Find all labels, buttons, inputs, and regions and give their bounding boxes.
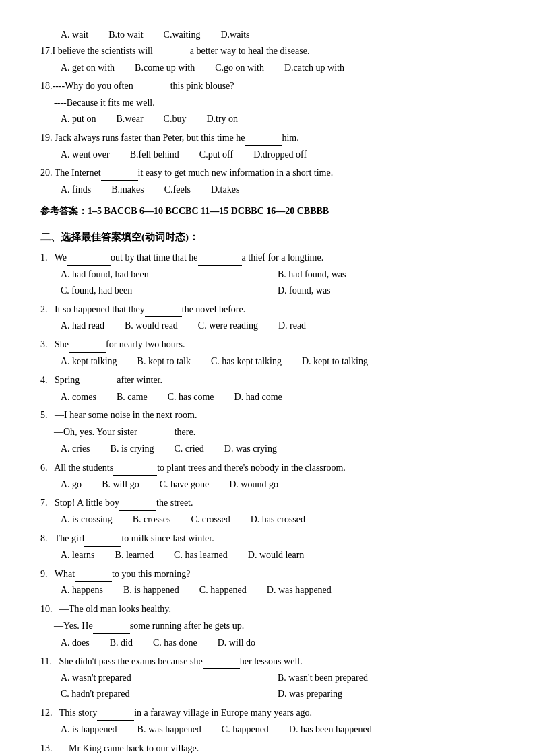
p2-q10-blank1 — [93, 633, 130, 634]
q17-opt-d: D.catch up with — [284, 60, 344, 76]
opt-b-wait: B.to wait — [108, 27, 143, 43]
p2-q8-optB: B. learned — [115, 547, 154, 563]
p2-q1: 1. Weout by that time that hea thief for… — [40, 250, 495, 298]
p2-q8-optA: A. learns — [61, 547, 95, 563]
p2-q1-text2: out by that time that he — [111, 252, 197, 263]
p2-q6-num: 6. — [40, 462, 48, 473]
p2-q4-optA: A. comes — [61, 389, 96, 405]
p2-q11-optA: A. wasn't prepared — [61, 670, 278, 686]
p2-q5-text3: there. — [175, 427, 195, 437]
p2-q8-text1: The girl — [55, 533, 85, 543]
p2-q9-optC: C. happened — [199, 582, 247, 598]
p2-q2-optD: D. read — [278, 318, 306, 334]
p2-q10-text3: some running after he gets up. — [130, 621, 245, 631]
p2-q2-optC: C. were reading — [198, 318, 258, 334]
p2-q8-optC: C. has learned — [174, 547, 228, 563]
p2-q5-optD: D. was crying — [224, 441, 277, 457]
p2-q12-text1: This story — [59, 708, 97, 718]
p2-q6-optA: A. go — [61, 477, 82, 493]
p2-q1-optD: D. found, was — [278, 283, 495, 299]
p2-q9-optD: D. was happened — [267, 582, 332, 598]
p2-q10-optA: A. does — [61, 635, 90, 651]
p2-q4-optC: C. has come — [168, 389, 214, 405]
q20-text: 20. The Internet — [40, 168, 101, 178]
p2-q11: 11. She didn't pass the exams because sh… — [40, 654, 495, 702]
q18-text2: this pink blouse? — [170, 81, 234, 91]
p2-q10: 10. —The old man looks healthy. —Yes. He… — [40, 601, 495, 650]
p2-q3-optC: C. has kept talking — [211, 353, 282, 370]
q19-text: 19. Jack always runs faster than Peter, … — [40, 133, 245, 143]
q20: 20. The Internetit easy to get much new … — [40, 165, 495, 198]
p2-q3-blank1 — [69, 352, 106, 353]
p2-q5-optB: B. is crying — [111, 441, 154, 457]
q20-opt-b: B.makes — [111, 182, 144, 198]
p2-q13-num: 13. — [40, 743, 53, 753]
p2-q2-text1: It so happened that they — [55, 304, 145, 314]
q17-blank — [153, 59, 190, 59]
p2-q10-text2: —Yes. He — [54, 621, 93, 631]
p2-q13: 13. —Mr King came back to our village. —… — [40, 741, 495, 756]
p2-q8-num: 8. — [40, 533, 48, 543]
p2-q10-num: 10. — [40, 604, 53, 614]
q20-opt-a: A. finds — [61, 182, 91, 198]
q18-text: 18.----Why do you often — [40, 81, 133, 91]
p2-q7-text1: Stop! A little boy — [55, 497, 119, 508]
p2-q4-optD: D. had come — [234, 389, 282, 405]
q18-opt-d: D.try on — [206, 111, 238, 127]
p2-q11-optC: C. hadn't prepared — [61, 686, 278, 702]
p2-q1-text3: a thief for a longtime. — [242, 252, 324, 263]
p2-q3-text1: She — [55, 339, 69, 349]
opt-c-wait: C.waiting — [164, 27, 201, 43]
p2-q12-text2: in a faraway village in Europe many year… — [134, 708, 312, 718]
p2-q5-blank1 — [137, 440, 175, 440]
q19-opt-a: A. went over — [61, 147, 110, 163]
q17-text2: a better way to heal the disease. — [190, 46, 310, 56]
p2-q4-blank1 — [80, 388, 117, 388]
q18-opt-b: B.wear — [117, 111, 144, 127]
q19-opt-c: C.put off — [199, 147, 233, 163]
p2-q1-optB: B. had found, was — [278, 267, 495, 283]
p2-q9-text2: to you this morning? — [112, 569, 190, 579]
p2-q6: 6. All the studentsto plant trees and th… — [40, 460, 495, 493]
p2-q2-blank1 — [145, 316, 182, 317]
p2-q9-num: 9. — [40, 569, 48, 579]
q20-blank — [101, 180, 138, 181]
p2-q6-text1: All the students — [54, 462, 113, 473]
p2-q2-optA: A. had read — [61, 318, 104, 334]
q19-opt-b: B.fell behind — [130, 147, 179, 163]
p2-q9-optB: B. is happened — [123, 582, 179, 598]
p2-q11-optB: B. wasn't been prepared — [278, 670, 495, 686]
p2-q2: 2. It so happened that theythe novel bef… — [40, 302, 495, 335]
p2-q7-optB: B. crosses — [133, 512, 171, 528]
p2-q12: 12. This storyin a faraway village in Eu… — [40, 705, 495, 738]
p2-q4-text2: after winter. — [117, 375, 162, 385]
p2-q1-text1: We — [55, 252, 67, 263]
p2-q9: 9. Whatto you this morning? A. happens B… — [40, 566, 495, 599]
p2-q4-text1: Spring — [55, 375, 80, 385]
p2-q12-optC: C. happened — [222, 722, 269, 738]
p2-q1-num: 1. — [40, 252, 48, 263]
p2-q9-text1: What — [55, 569, 75, 579]
opt-d-wait: D.waits — [220, 27, 249, 43]
q20-opt-c: C.feels — [164, 182, 191, 198]
p2-q10-optB: B. did — [110, 635, 133, 651]
p2-q8-text2: to milk since last winter. — [121, 533, 214, 543]
p2-q5-num: 5. — [40, 410, 48, 420]
p2-q12-optD: D. has been happened — [289, 722, 372, 738]
p2-q1-optA: A. had found, had been — [61, 267, 278, 283]
p2-q13-text1: —Mr King came back to our village. — [59, 743, 199, 753]
p2-q7-num: 7. — [40, 497, 48, 508]
p2-q5-optA: A. cries — [61, 441, 90, 457]
p2-q8-optD: D. would learn — [248, 547, 305, 563]
q20-opt-d: D.takes — [211, 182, 239, 198]
p2-q3-optD: D. kept to talking — [302, 353, 368, 370]
p2-q12-optA: A. is happened — [61, 722, 117, 738]
p2-q2-optB: B. would read — [125, 318, 178, 334]
p2-q3-num: 3. — [40, 339, 48, 349]
p2-q12-optB: B. was happened — [137, 722, 201, 738]
p2-q5-text2: —Oh, yes. Your sister — [54, 427, 137, 437]
p2-q1-optC: C. found, had been — [61, 283, 278, 299]
part2-header: 二、选择最佳答案填空(动词时态)： — [40, 229, 495, 246]
p2-q7-optD: D. has crossed — [251, 512, 305, 528]
q17: 17.I believe the scientists willa better… — [40, 43, 495, 76]
